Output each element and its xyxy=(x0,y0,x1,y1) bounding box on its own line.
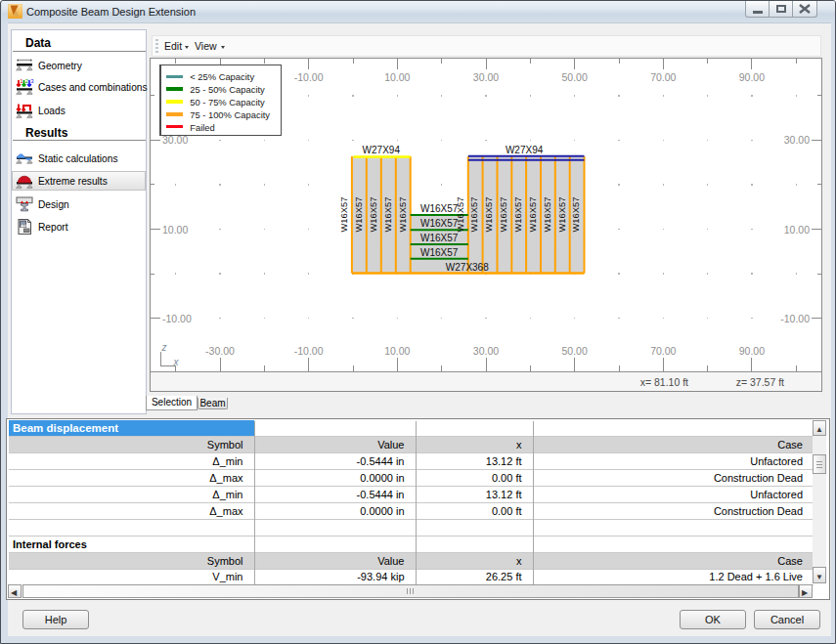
svg-text:W16X57: W16X57 xyxy=(420,202,459,213)
svg-text:70.00: 70.00 xyxy=(650,345,676,357)
svg-text:W16X57: W16X57 xyxy=(420,218,459,229)
svg-text:W16X57: W16X57 xyxy=(420,246,459,257)
svg-text:50.00: 50.00 xyxy=(561,345,587,357)
svg-text:W16X57: W16X57 xyxy=(382,196,393,232)
svg-text:10.00: 10.00 xyxy=(784,223,810,235)
svg-text:W16X57: W16X57 xyxy=(570,196,581,232)
svg-text:x= 81.10 ft: x= 81.10 ft xyxy=(640,376,688,388)
svg-text:-10.00: -10.00 xyxy=(780,312,810,323)
svg-text:1: 1 xyxy=(20,78,23,84)
svg-text:W16X57: W16X57 xyxy=(397,196,408,232)
svg-text:-10.00: -10.00 xyxy=(294,345,324,357)
svg-text:W16X57: W16X57 xyxy=(368,196,378,232)
svg-text:W16X57: W16X57 xyxy=(556,196,567,232)
svg-text:z= 37.57 ft: z= 37.57 ft xyxy=(736,376,784,388)
svg-text:90.00: 90.00 xyxy=(739,71,765,83)
svg-text:2: 2 xyxy=(25,78,29,84)
svg-text:30.00: 30.00 xyxy=(784,134,810,146)
svg-text:W16X57: W16X57 xyxy=(542,196,552,232)
svg-text:10.00: 10.00 xyxy=(384,71,410,83)
svg-text:z: z xyxy=(161,341,167,352)
svg-text:50 - 75% Capacity: 50 - 75% Capacity xyxy=(190,96,265,107)
svg-text:30.00: 30.00 xyxy=(473,71,499,83)
svg-text:10.00: 10.00 xyxy=(384,345,410,357)
svg-text:10.00: 10.00 xyxy=(162,223,188,235)
svg-text:x: x xyxy=(173,357,180,367)
svg-text:W16X57: W16X57 xyxy=(420,232,459,242)
svg-text:W16X57: W16X57 xyxy=(468,196,479,232)
svg-text:-30.00: -30.00 xyxy=(205,345,235,357)
svg-text:W27X94: W27X94 xyxy=(363,145,401,155)
svg-text:-10.00: -10.00 xyxy=(162,312,192,323)
svg-text:30.00: 30.00 xyxy=(473,345,499,357)
svg-text:W16X57: W16X57 xyxy=(498,196,508,232)
svg-text:W27X94: W27X94 xyxy=(506,145,544,155)
svg-text:50.00: 50.00 xyxy=(561,71,587,83)
svg-text:90.00: 90.00 xyxy=(739,345,765,357)
svg-text:W16X57: W16X57 xyxy=(455,196,465,232)
svg-text:-10.00: -10.00 xyxy=(294,71,324,83)
svg-text:W16X57: W16X57 xyxy=(483,196,494,232)
svg-text:70.00: 70.00 xyxy=(650,71,676,83)
svg-text:25 - 50% Capacity: 25 - 50% Capacity xyxy=(190,83,265,94)
svg-text:W16X57: W16X57 xyxy=(353,196,364,232)
svg-text:W16X57: W16X57 xyxy=(338,196,349,232)
svg-text:< 25% Capacity: < 25% Capacity xyxy=(190,71,254,82)
svg-text:W16X57: W16X57 xyxy=(512,196,523,232)
svg-text:75 - 100% Capacity: 75 - 100% Capacity xyxy=(190,108,270,119)
svg-text:W16X57: W16X57 xyxy=(527,196,538,232)
svg-text:W27X368: W27X368 xyxy=(446,261,489,272)
svg-text:3: 3 xyxy=(30,78,34,84)
svg-text:Failed: Failed xyxy=(190,121,215,132)
